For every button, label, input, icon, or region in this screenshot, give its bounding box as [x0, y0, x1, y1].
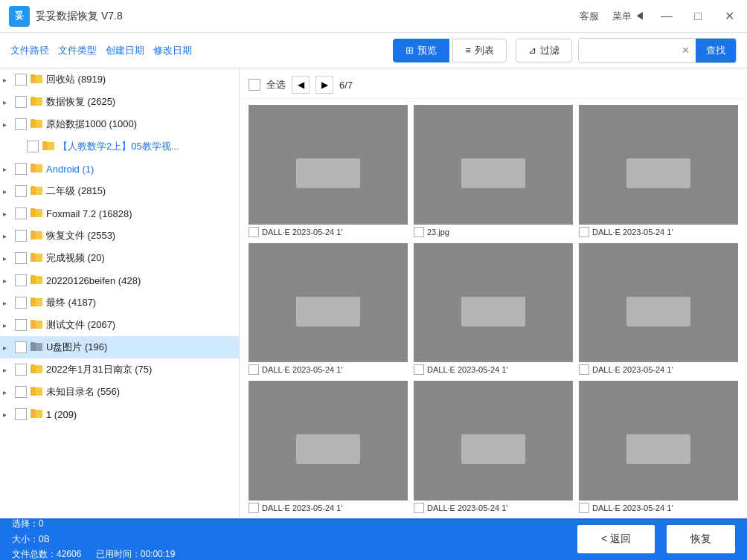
- item-checkbox[interactable]: [15, 118, 27, 130]
- sidebar-item-final[interactable]: ▸最终 (4187): [0, 292, 239, 314]
- expand-icon: ▸: [3, 388, 15, 396]
- item-checkbox[interactable]: [15, 207, 27, 219]
- thumbnail: [249, 381, 408, 501]
- item-label: Android (1): [46, 164, 94, 175]
- file-checkbox[interactable]: [249, 227, 259, 237]
- svg-rect-29: [31, 275, 35, 277]
- file-type-link[interactable]: 文件类型: [58, 44, 97, 57]
- item-checkbox[interactable]: [15, 74, 27, 86]
- recover-button[interactable]: 恢复: [667, 525, 735, 553]
- file-checkbox[interactable]: [414, 503, 424, 513]
- filter-button[interactable]: ⊿ 过滤: [516, 39, 572, 62]
- folder-icon: [31, 207, 42, 220]
- sidebar-item-recycle[interactable]: ▸回收站 (8919): [0, 68, 239, 91]
- minimize-button[interactable]: —: [658, 10, 676, 23]
- nav-next-button[interactable]: ▶: [315, 76, 333, 94]
- expand-icon: ▸: [3, 76, 15, 84]
- grid-item[interactable]: DALL·E 2023-05-24 1': [576, 378, 741, 516]
- grid-item[interactable]: DALL·E 2023-05-24 1': [411, 378, 576, 516]
- close-button[interactable]: ✕: [720, 9, 738, 23]
- file-checkbox[interactable]: [579, 227, 589, 237]
- sidebar-item-recover-files[interactable]: ▸恢复文件 (2553): [0, 225, 239, 247]
- select-status: 选择：0: [12, 516, 565, 531]
- search-input[interactable]: [579, 40, 676, 60]
- item-checkbox[interactable]: [15, 96, 27, 108]
- item-checkbox[interactable]: [15, 297, 27, 309]
- sidebar-item-backup2022[interactable]: ▸20220126beifen (428): [0, 269, 239, 292]
- sidebar-item-original-data[interactable]: ▸原始数据1000 (1000): [0, 113, 239, 135]
- expand-icon: ▸: [3, 299, 15, 307]
- image-grid: DALL·E 2023-05-24 1'23.jpgDALL·E 2023-05…: [243, 99, 744, 518]
- sidebar-item-dir-1[interactable]: ▸1 (209): [0, 403, 239, 425]
- grid-item[interactable]: 23.jpg: [411, 102, 576, 240]
- expand-icon: ▸: [3, 366, 15, 374]
- item-checkbox[interactable]: [15, 364, 27, 376]
- grid-item[interactable]: DALL·E 2023-05-24 1': [576, 240, 741, 379]
- item-checkbox[interactable]: [15, 386, 27, 398]
- item-checkbox[interactable]: [27, 141, 39, 152]
- file-checkbox[interactable]: [414, 227, 424, 237]
- file-checkbox[interactable]: [579, 503, 589, 513]
- folder-icon: [31, 162, 42, 176]
- nav-prev-button[interactable]: ◀: [292, 76, 310, 94]
- status-bar: 选择：0 大小：0B 文件总数：42606 已用时间：00:00:19 < 返回…: [0, 518, 747, 560]
- file-name: DALL·E 2023-05-24 1': [592, 503, 673, 512]
- sidebar-item-data-recovery[interactable]: ▸数据恢复 (2625): [0, 91, 239, 113]
- service-button[interactable]: 客服: [580, 10, 599, 23]
- item-checkbox[interactable]: [15, 341, 27, 353]
- sidebar-item-nanjing2022[interactable]: ▸2022年1月31日南京 (75): [0, 358, 239, 381]
- thumbnail: [579, 381, 738, 501]
- item-checkbox[interactable]: [15, 185, 27, 197]
- folder-icon: [31, 363, 42, 376]
- grid-item[interactable]: DALL·E 2023-05-24 1': [246, 378, 411, 516]
- expand-icon: ▸: [3, 187, 15, 196]
- file-checkbox[interactable]: [414, 364, 424, 375]
- folder-icon: [31, 296, 42, 309]
- file-path-link[interactable]: 文件路径: [10, 44, 49, 57]
- folder-icon: [31, 251, 42, 265]
- sidebar-item-usb-images[interactable]: ▸U盘图片 (196): [0, 336, 239, 358]
- sidebar-item-android[interactable]: ▸Android (1): [0, 158, 239, 180]
- title-bar: 妥 妥妥数据恢复 V7.8 客服 菜单 ◀ — □ ✕: [0, 0, 747, 33]
- search-clear-button[interactable]: ✕: [676, 40, 696, 60]
- file-checkbox[interactable]: [249, 364, 259, 375]
- item-label: 回收站 (8919): [46, 73, 106, 86]
- grid-item[interactable]: DALL·E 2023-05-24 1': [246, 240, 411, 379]
- sidebar-item-foxmail[interactable]: ▸Foxmail 7.2 (16828): [0, 202, 239, 225]
- list-label: 列表: [475, 44, 494, 57]
- list-button[interactable]: ≡ 列表: [452, 39, 507, 62]
- grid-item[interactable]: DALL·E 2023-05-24 1': [246, 102, 411, 240]
- back-button[interactable]: < 返回: [577, 525, 655, 553]
- sidebar: ▸回收站 (8919)▸数据恢复 (2625)▸原始数据1000 (1000)【…: [0, 68, 240, 518]
- select-all-checkbox[interactable]: [249, 79, 260, 91]
- search-button[interactable]: 查找: [696, 39, 736, 62]
- sidebar-item-unknown-dir[interactable]: ▸未知目录名 (556): [0, 381, 239, 403]
- item-checkbox[interactable]: [15, 274, 27, 286]
- grid-item[interactable]: DALL·E 2023-05-24 1': [411, 240, 576, 379]
- file-checkbox[interactable]: [579, 364, 589, 375]
- modify-date-link[interactable]: 修改日期: [153, 44, 192, 57]
- item-checkbox[interactable]: [15, 319, 27, 331]
- expand-icon: ▸: [3, 98, 15, 106]
- sidebar-item-test-files[interactable]: ▸测试文件 (2067): [0, 314, 239, 336]
- svg-rect-47: [31, 409, 35, 411]
- sidebar-item-second-grade[interactable]: ▸二年级 (2815): [0, 180, 239, 202]
- item-checkbox[interactable]: [15, 230, 27, 242]
- file-label: DALL·E 2023-05-24 1': [249, 503, 408, 513]
- svg-rect-41: [31, 364, 35, 367]
- expand-icon: ▸: [3, 210, 15, 218]
- file-name: DALL·E 2023-05-24 1': [262, 503, 343, 512]
- item-checkbox[interactable]: [15, 252, 27, 264]
- item-label: 测试文件 (2067): [46, 318, 115, 332]
- maximize-button[interactable]: □: [689, 10, 707, 23]
- menu-button[interactable]: 菜单 ◀: [612, 10, 644, 23]
- file-checkbox[interactable]: [249, 503, 259, 513]
- sidebar-item-done-video[interactable]: ▸完成视频 (20): [0, 247, 239, 269]
- grid-item[interactable]: DALL·E 2023-05-24 1': [576, 102, 741, 240]
- item-checkbox[interactable]: [15, 163, 27, 175]
- item-checkbox[interactable]: [15, 408, 27, 420]
- expand-icon: ▸: [3, 165, 15, 173]
- create-date-link[interactable]: 创建日期: [106, 44, 144, 57]
- sidebar-item-jiaoxue[interactable]: 【人教数学2上】05教学视...: [0, 135, 239, 158]
- preview-button[interactable]: ⊞ 预览: [393, 39, 449, 62]
